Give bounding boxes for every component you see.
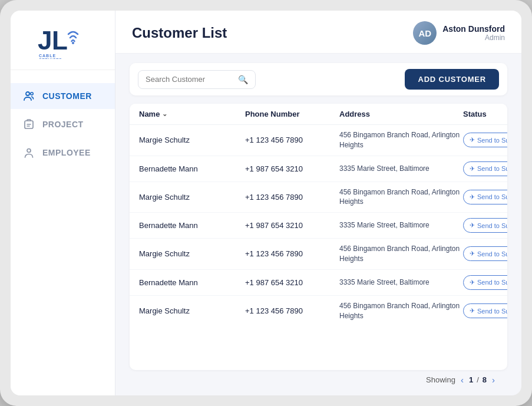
page-title: Customer List — [132, 25, 227, 41]
send-icon: ✈ — [470, 279, 475, 286]
cell-address: 456 Bingamon Branch Road, Arlington Heig… — [339, 187, 463, 207]
page-separator: / — [477, 375, 479, 384]
cell-phone: +1 123 456 7890 — [245, 249, 339, 258]
app-inner: J L CABLE SERVICES — [11, 11, 521, 395]
search-icon: 🔍 — [238, 75, 248, 84]
search-input[interactable] — [146, 75, 233, 84]
employee-label: EMPLOYEE — [42, 148, 91, 157]
svg-point-8 — [27, 149, 31, 153]
send-to-surveyor-button[interactable]: ✈ Send to Surveyor — [463, 303, 507, 318]
sidebar-item-project[interactable]: PROJECT — [11, 111, 115, 137]
app-logo: J L CABLE SERVICES — [37, 24, 90, 59]
cell-status: ✈ Send to Surveyor — [463, 161, 507, 176]
sidebar: J L CABLE SERVICES — [11, 11, 115, 395]
cell-address: 456 Bingamon Branch Road, Arlington Heig… — [339, 244, 463, 264]
project-label: PROJECT — [42, 120, 84, 129]
send-icon: ✈ — [470, 222, 475, 229]
tablet-frame: J L CABLE SERVICES — [0, 0, 532, 406]
svg-point-6 — [31, 93, 33, 95]
table-header: Name ⌄ Phone Number Address Status Actio… — [130, 104, 507, 125]
table-row: Margie Schultz +1 123 456 7890 456 Binga… — [130, 125, 507, 156]
pagination: Showing ‹ 1 / 8 › — [130, 370, 507, 390]
cell-name: Margie Schultz — [139, 136, 245, 144]
sidebar-item-employee[interactable]: EMPLOYEE — [11, 140, 115, 166]
cell-address: 3335 Marie Street, Baltimore — [339, 220, 463, 230]
main-header: Customer List AD Aston Dunsford Admin — [115, 11, 521, 54]
customer-label: CUSTOMER — [42, 91, 92, 101]
table-row: Bernadette Mann +1 987 654 3210 3335 Mar… — [130, 156, 507, 182]
avatar: AD — [413, 21, 437, 45]
table-row: Margie Schultz +1 123 456 7890 456 Binga… — [130, 239, 507, 270]
cell-name: Margie Schultz — [139, 306, 245, 315]
cell-address: 3335 Marie Street, Baltimore — [339, 164, 463, 174]
send-to-surveyor-button[interactable]: ✈ Send to Surveyor — [463, 218, 507, 233]
cell-phone: +1 987 654 3210 — [245, 221, 339, 230]
employee-icon — [22, 146, 35, 159]
cell-status: ✈ Send to Surveyor — [463, 246, 507, 261]
add-customer-button[interactable]: ADD CUSTOMER — [405, 69, 499, 90]
sidebar-item-customer[interactable]: CUSTOMER — [11, 83, 115, 109]
sidebar-nav: CUSTOMER PROJECT — [11, 70, 115, 166]
table-row: Margie Schultz +1 123 456 7890 456 Binga… — [130, 182, 507, 213]
cell-phone: +1 123 456 7890 — [245, 193, 339, 202]
search-box[interactable]: 🔍 — [138, 70, 256, 89]
project-icon — [22, 118, 35, 131]
send-to-surveyor-button[interactable]: ✈ Send to Surveyor — [463, 275, 507, 290]
cell-address: 456 Bingamon Branch Road, Arlington Heig… — [339, 130, 463, 150]
send-to-surveyor-button[interactable]: ✈ Send to Surveyor — [463, 190, 507, 204]
main-content: 🔍 ADD CUSTOMER Name ⌄ Phone Number Addre… — [115, 54, 521, 395]
send-icon: ✈ — [470, 193, 475, 201]
table-body: Margie Schultz +1 123 456 7890 456 Binga… — [130, 125, 507, 370]
toolbar: 🔍 ADD CUSTOMER — [130, 63, 507, 95]
col-address: Address — [339, 110, 463, 118]
svg-text:SERVICES: SERVICES — [39, 58, 62, 59]
cell-name: Bernadette Mann — [139, 164, 245, 173]
cell-status: ✈ Send to Surveyor — [463, 275, 507, 290]
avatar-initials: AD — [413, 21, 437, 45]
next-page[interactable]: › — [490, 375, 497, 385]
current-page: 1 — [469, 375, 473, 384]
cell-name: Margie Schultz — [139, 193, 245, 202]
user-name: Aston Dunsford — [442, 24, 505, 34]
main-area: Customer List AD Aston Dunsford Admin — [115, 11, 521, 395]
col-status: Status — [463, 110, 507, 118]
send-icon: ✈ — [470, 307, 475, 315]
cell-address: 456 Bingamon Branch Road, Arlington Heig… — [339, 301, 463, 321]
cell-status: ✈ Send to Surveyor — [463, 133, 507, 147]
total-pages: 8 — [483, 375, 487, 384]
table-row: Bernadette Mann +1 987 654 3210 3335 Mar… — [130, 213, 507, 239]
cell-address: 3335 Marie Street, Baltimore — [339, 278, 463, 288]
send-icon: ✈ — [470, 136, 475, 144]
send-to-surveyor-button[interactable]: ✈ Send to Surveyor — [463, 133, 507, 147]
send-icon: ✈ — [470, 165, 475, 173]
prev-page[interactable]: ‹ — [459, 375, 465, 385]
cell-status: ✈ Send to Surveyor — [463, 218, 507, 233]
send-icon: ✈ — [470, 250, 475, 258]
svg-point-5 — [26, 92, 29, 95]
cell-phone: +1 987 654 3210 — [245, 164, 339, 173]
user-text: Aston Dunsford Admin — [442, 24, 505, 42]
svg-text:CABLE: CABLE — [39, 54, 56, 58]
cell-phone: +1 123 456 7890 — [245, 136, 339, 144]
cell-status: ✈ Send to Surveyor — [463, 190, 507, 204]
sort-icon[interactable]: ⌄ — [162, 110, 167, 118]
customer-icon — [22, 90, 35, 103]
customer-table: Name ⌄ Phone Number Address Status Actio… — [130, 104, 507, 370]
logo-area: J L CABLE SERVICES — [11, 11, 115, 70]
svg-text:J: J — [38, 26, 52, 55]
table-row: Bernadette Mann +1 987 654 3210 3335 Mar… — [130, 270, 507, 296]
cell-phone: +1 123 456 7890 — [245, 306, 339, 315]
table-row: Margie Schultz +1 123 456 7890 456 Binga… — [130, 296, 507, 326]
col-name: Name ⌄ — [139, 110, 245, 118]
svg-point-2 — [72, 42, 74, 44]
send-to-surveyor-button[interactable]: ✈ Send to Surveyor — [463, 161, 507, 176]
send-to-surveyor-button[interactable]: ✈ Send to Surveyor — [463, 246, 507, 261]
cell-name: Margie Schultz — [139, 249, 245, 258]
svg-text:L: L — [52, 26, 68, 55]
cell-name: Bernadette Mann — [139, 221, 245, 230]
cell-name: Bernadette Mann — [139, 278, 245, 287]
col-phone: Phone Number — [245, 110, 339, 118]
showing-label: Showing — [426, 375, 455, 384]
cell-status: ✈ Send to Surveyor — [463, 303, 507, 318]
cell-phone: +1 987 654 3210 — [245, 278, 339, 287]
